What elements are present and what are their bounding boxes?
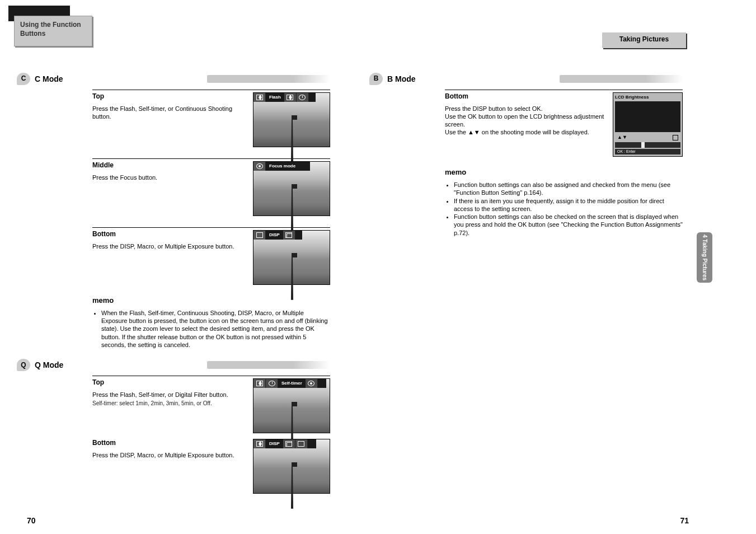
seg-label: DISP bbox=[266, 231, 283, 240]
seg-label: DISP bbox=[266, 439, 283, 448]
memo-item: Function button settings can also be ass… bbox=[454, 181, 683, 197]
memo-item: Function button settings can also be che… bbox=[454, 213, 683, 237]
thumb-bar: Focus mode bbox=[253, 162, 310, 171]
flash-icon bbox=[253, 439, 266, 448]
thumb-bar: DISP bbox=[253, 231, 302, 240]
mode-label-b: B Mode bbox=[387, 74, 416, 84]
layer-title: Bottom bbox=[92, 230, 247, 239]
screen-thumb: DISP bbox=[253, 230, 330, 285]
thumb-bar: Self-timer bbox=[253, 379, 326, 388]
mode-heading-c: C C Mode bbox=[17, 73, 330, 85]
strip-body: Bottom Press the DISP, Macro, or Multipl… bbox=[92, 439, 253, 459]
strip-q-bottom: Bottom Press the DISP, Macro, or Multipl… bbox=[92, 439, 330, 494]
strip-body: Middle Press the Focus button. bbox=[92, 161, 253, 181]
layer-text: Press the Flash, Self-timer, or Continuo… bbox=[92, 105, 247, 121]
strip-body: Top Press the Flash, Self-timer, or Digi… bbox=[92, 378, 253, 407]
thumb-bar: Flash bbox=[253, 93, 316, 102]
right-column: B B Mode Bottom Press the DISP button to… bbox=[369, 73, 683, 237]
mode-heading-b: B B Mode bbox=[369, 73, 683, 85]
seg-label: Flash bbox=[266, 93, 284, 102]
layer-text: Press the Focus button. bbox=[92, 174, 247, 181]
seg-spacer bbox=[318, 379, 326, 388]
rect-icon bbox=[253, 231, 266, 240]
layer-text: Press the DISP, Macro, or Multiple Expos… bbox=[92, 451, 247, 459]
continuous-icon bbox=[283, 439, 295, 448]
bright-arrows-row: ▲▼ bbox=[615, 134, 680, 141]
page-number-left: 70 bbox=[27, 516, 36, 526]
seg-spacer bbox=[309, 93, 316, 102]
heading-bar bbox=[207, 361, 330, 369]
side-tab: 4 Taking Pictures bbox=[697, 232, 712, 283]
layer-text-line: Press the DISP button to select OK. bbox=[445, 105, 607, 113]
mode-label-c: C Mode bbox=[35, 74, 63, 84]
strip-b-bottom: Bottom Press the DISP button to select O… bbox=[445, 90, 683, 157]
rail-graphic bbox=[291, 466, 293, 509]
layer-title: Bottom bbox=[92, 439, 247, 448]
strip-body: Bottom Press the DISP button to select O… bbox=[445, 92, 613, 137]
continuous-icon bbox=[283, 231, 295, 240]
memo-list: Function button settings can also be ass… bbox=[445, 181, 683, 237]
layer-text-line: Use the ▲▼ on the shooting mode will be … bbox=[445, 128, 607, 136]
header-line2: Buttons bbox=[20, 30, 86, 39]
screen-thumb: Self-timer bbox=[253, 378, 330, 433]
rail-graphic bbox=[291, 189, 293, 231]
heading-bar bbox=[560, 75, 683, 83]
strip-body: Bottom Press the DISP, Macro, or Multipl… bbox=[92, 230, 253, 250]
layer-sub: Self-timer: select 1min, 2min, 3min, 5mi… bbox=[92, 400, 247, 407]
header-block: Using the Function Buttons bbox=[8, 6, 90, 46]
strip-q-top: Top Press the Flash, Self-timer, or Digi… bbox=[92, 376, 330, 433]
seg-spacer bbox=[299, 162, 310, 171]
layer-title: Top bbox=[92, 378, 247, 387]
bright-ok: OK : Enter bbox=[615, 149, 680, 154]
eye-icon bbox=[306, 379, 318, 388]
left-column: C C Mode Top Press the Flash, Self-timer… bbox=[17, 73, 330, 505]
memo-title: memo bbox=[445, 168, 683, 177]
seg-spacer bbox=[295, 231, 302, 240]
bright-slider bbox=[615, 142, 680, 148]
memo-block-b: memo Function button settings can also b… bbox=[445, 168, 683, 237]
rail-graphic bbox=[291, 120, 293, 162]
flash-icon bbox=[253, 93, 266, 102]
layer-text: Press the Flash, Self-timer, or Digital … bbox=[92, 391, 247, 399]
side-tab-label: 4 Taking Pictures bbox=[701, 235, 708, 280]
top-right-title: Taking Pictures bbox=[619, 35, 669, 43]
slider-indicator bbox=[641, 142, 645, 148]
thumb-bar: DISP bbox=[253, 439, 316, 448]
arrows-label: ▲▼ bbox=[617, 134, 627, 141]
mode-dot-b: B bbox=[369, 73, 383, 85]
screen-thumb: Focus mode bbox=[253, 161, 330, 216]
mode-heading-q: Q Q Mode bbox=[17, 359, 330, 371]
layer-text: Press the DISP, Macro, or Multiple Expos… bbox=[92, 242, 247, 250]
strip-c-top: Top Press the Flash, Self-timer, or Cont… bbox=[92, 90, 330, 147]
layer-title: Top bbox=[92, 92, 247, 101]
mode-dot-q: Q bbox=[17, 359, 30, 371]
memo-title: memo bbox=[92, 296, 330, 306]
bright-screen bbox=[615, 101, 680, 132]
strip-c-middle: Middle Press the Focus button. Focus mod… bbox=[92, 158, 330, 216]
timer-icon bbox=[297, 93, 309, 102]
rail-graphic bbox=[291, 257, 293, 300]
memo-list: When the Flash, Self-timer, Continuous S… bbox=[92, 309, 330, 349]
flash-icon bbox=[253, 379, 266, 388]
checkbox-icon bbox=[673, 135, 678, 140]
eye-icon bbox=[253, 162, 266, 171]
memo-item: When the Flash, Self-timer, Continuous S… bbox=[101, 309, 330, 349]
header-line1: Using the Function bbox=[20, 21, 86, 30]
brightness-thumb: LCD Brightness ▲▼ OK : Enter bbox=[613, 92, 683, 157]
seg-label: Self-timer bbox=[278, 379, 306, 388]
layer-text-line: Use the OK button to open the LCD bright… bbox=[445, 113, 607, 129]
memo-block-c: memo When the Flash, Self-timer, Continu… bbox=[92, 296, 330, 349]
memo-item: If there is an item you use frequently, … bbox=[454, 197, 683, 213]
bright-title: LCD Brightness bbox=[615, 95, 680, 100]
mode-label-q: Q Mode bbox=[35, 360, 63, 370]
page-section-title: Using the Function Buttons bbox=[14, 16, 92, 46]
top-right-chip: Taking Pictures bbox=[602, 32, 686, 48]
screen-thumb: Flash bbox=[253, 92, 330, 147]
mode-dot-c: C bbox=[17, 73, 30, 85]
heading-bar bbox=[207, 75, 330, 83]
seg-label: Focus mode bbox=[266, 162, 299, 171]
layer-title: Bottom bbox=[445, 92, 607, 101]
page-number-right: 71 bbox=[680, 516, 689, 526]
strip-c-bottom: Bottom Press the DISP, Macro, or Multipl… bbox=[92, 227, 330, 285]
flash-icon bbox=[284, 93, 297, 102]
